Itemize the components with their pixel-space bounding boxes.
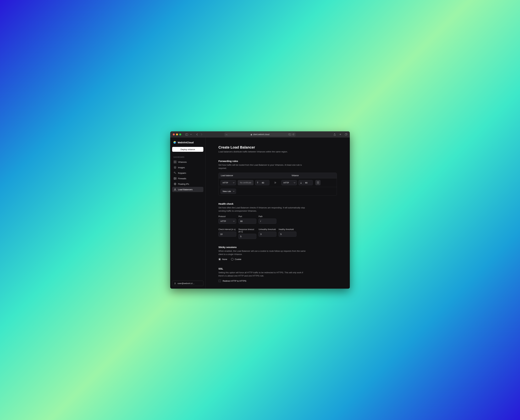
- brand-text: WebVirtCloud: [178, 141, 194, 144]
- grid-icon: [174, 161, 176, 163]
- forward-icon[interactable]: [201, 133, 202, 135]
- rules-header: Load balancer Virtance: [219, 173, 337, 178]
- path-input[interactable]: [258, 218, 276, 224]
- back-icon[interactable]: [196, 133, 198, 135]
- deploy-button[interactable]: Deploy virtance: [172, 147, 203, 152]
- lb-port-field[interactable]: [260, 181, 269, 184]
- layers-icon: [174, 166, 176, 169]
- timeout-field: Response timeout (in s): [239, 228, 256, 239]
- ssl-redirect-checkbox[interactable]: Redirect HTTP to HTTPS: [219, 280, 337, 282]
- svg-rect-4: [251, 134, 252, 135]
- user-icon: [174, 282, 176, 285]
- health-heading: Health check: [219, 202, 337, 205]
- svg-point-18: [175, 283, 175, 284]
- healthy-input[interactable]: [279, 232, 296, 237]
- unhealthy-input[interactable]: [258, 232, 276, 237]
- protocol-select[interactable]: HTTP: [219, 218, 236, 224]
- page-title: Create Load Balancer: [219, 145, 337, 150]
- chevron-down-icon: [233, 191, 235, 192]
- lock-icon: [251, 134, 252, 135]
- svg-point-16: [174, 190, 174, 191]
- new-rule-row: New rule: [219, 187, 337, 195]
- sidebar-toggle-icon[interactable]: [185, 134, 188, 135]
- browser-window: AA client.webvirt.cloud: [170, 131, 350, 289]
- main-content: Create Load Balancer Load balancers dist…: [205, 137, 350, 289]
- minimize-icon[interactable]: [176, 134, 178, 135]
- url-text: client.webvirt.cloud: [253, 133, 269, 135]
- ssl-heading: SSL: [219, 267, 337, 270]
- brand[interactable]: WebVirtCloud: [172, 140, 203, 147]
- svg-point-15: [175, 188, 175, 189]
- rule-row: HTTP No certificate HTTP: [219, 178, 337, 187]
- key-icon: [174, 172, 176, 174]
- arrow-down-icon: [299, 182, 303, 184]
- port-input[interactable]: [239, 218, 256, 224]
- rules-panel: Load balancer Virtance HTTP No certifica…: [219, 173, 337, 195]
- lb-protocol-select[interactable]: HTTP: [220, 180, 236, 185]
- unhealthy-field: Unhealthy threshold: [258, 228, 276, 239]
- ssl-section: SSL Setting this option will force all H…: [219, 267, 337, 282]
- no-certificate-pill: No certificate: [238, 180, 254, 185]
- trash-icon: [317, 181, 319, 184]
- virtance-protocol-select[interactable]: HTTP: [281, 180, 297, 185]
- path-label: Path: [258, 215, 276, 218]
- new-tab-icon[interactable]: [339, 133, 341, 136]
- virtance-port-field[interactable]: [303, 181, 313, 184]
- sidebar-item-label: Load Balancers: [178, 188, 193, 191]
- sidebar-item-load-balancers[interactable]: Load Balancers: [172, 187, 203, 192]
- close-icon[interactable]: [173, 134, 175, 135]
- sticky-radios: None Cookie: [219, 258, 337, 261]
- sidebar-item-label: Images: [178, 166, 185, 169]
- chevron-down-icon: [233, 221, 235, 222]
- protocol-value: HTTP: [220, 220, 226, 222]
- timeout-input[interactable]: [239, 234, 256, 239]
- radio-label: Cookie: [235, 258, 241, 261]
- radio-none[interactable]: None: [219, 258, 227, 261]
- svg-rect-0: [186, 134, 188, 135]
- ssl-desc: Setting this option will force all HTTP …: [219, 271, 309, 277]
- share-icon[interactable]: [334, 133, 336, 136]
- translate-icon[interactable]: [288, 134, 291, 135]
- brand-logo-icon: [173, 141, 176, 144]
- lb-protocol-value: HTTP: [223, 181, 228, 184]
- radio-cookie[interactable]: Cookie: [231, 258, 241, 261]
- sticky-desc: When enabled, the Load Balancer will use…: [219, 249, 309, 256]
- maximize-icon[interactable]: [179, 134, 181, 135]
- virtance-port-input[interactable]: [299, 180, 313, 185]
- health-section: Health check Set how often the Load Bala…: [219, 202, 337, 239]
- dashboard-label: DASHBOARD: [173, 156, 202, 158]
- healthy-label: Healthy threshold: [279, 228, 296, 231]
- sidebar-item-floating-ips[interactable]: Floating IPs: [172, 181, 203, 187]
- check-interval-input[interactable]: [219, 232, 236, 237]
- sidebar-item-label: Floating IPs: [178, 183, 189, 185]
- new-rule-label: New rule: [223, 190, 231, 193]
- delete-rule-button[interactable]: [315, 180, 321, 185]
- svg-rect-11: [175, 162, 176, 163]
- svg-text:A: A: [226, 134, 227, 135]
- text-size-icon[interactable]: AA: [226, 134, 228, 135]
- sidebar-item-firewalls[interactable]: Firewalls: [172, 176, 203, 181]
- reload-icon[interactable]: [292, 134, 294, 135]
- globe-icon: [174, 183, 176, 185]
- sidebar-item-virtances[interactable]: Virtances: [172, 159, 203, 165]
- timeout-label: Response timeout (in s): [239, 228, 256, 233]
- sticky-heading: Sticky sessions: [219, 246, 337, 248]
- check-interval-field: Check interval (in s): [219, 228, 236, 239]
- radio-label: None: [222, 258, 227, 261]
- sidebar-item-keypairs[interactable]: Keypairs: [172, 170, 203, 176]
- traffic-lights: [173, 134, 181, 135]
- svg-rect-6: [289, 134, 291, 135]
- titlebar: AA client.webvirt.cloud: [170, 131, 350, 137]
- user-menu[interactable]: user@webvirt.cl…: [172, 281, 203, 286]
- protocol-field: Protocol HTTP: [219, 215, 236, 224]
- sidebar-item-label: Virtances: [178, 161, 187, 163]
- lb-port-input[interactable]: [255, 180, 269, 185]
- tabs-icon[interactable]: [345, 133, 347, 136]
- sidebar-item-images[interactable]: Images: [172, 165, 203, 170]
- page-subtitle: Load balancers distribute traffic betwee…: [219, 150, 337, 153]
- unhealthy-label: Unhealthy threshold: [258, 228, 276, 231]
- new-rule-select[interactable]: New rule: [220, 189, 236, 194]
- chevron-down-icon[interactable]: [190, 134, 192, 135]
- address-bar[interactable]: AA client.webvirt.cloud: [224, 132, 296, 136]
- forward-arrow-icon: [271, 182, 280, 184]
